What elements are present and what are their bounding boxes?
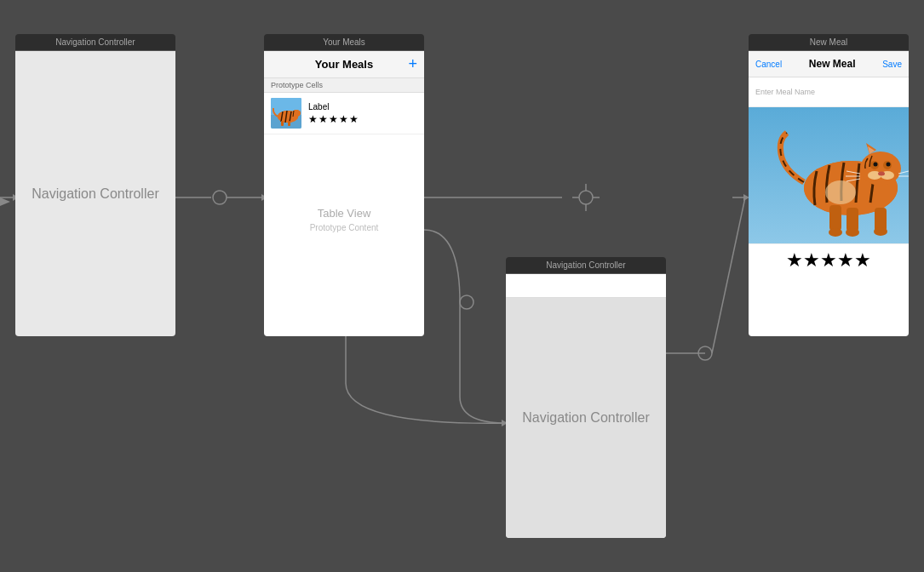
- nav-controller-left-screen: Navigation Controller Navigation Control…: [15, 34, 175, 336]
- table-view-area: Table View Prototype Content: [264, 134, 424, 305]
- meal-name-field[interactable]: Enter Meal Name: [755, 84, 902, 100]
- mid-nav-white-bar: [506, 274, 666, 298]
- new-meal-nav-bar: Cancel New Meal Save: [749, 51, 909, 77]
- meal-thumbnail: [271, 98, 301, 129]
- star-1: ★: [308, 113, 318, 125]
- save-button[interactable]: Save: [882, 60, 902, 69]
- svg-point-36: [860, 152, 901, 186]
- svg-point-43: [874, 163, 878, 167]
- star-4: ★: [339, 113, 348, 125]
- large-star-3[interactable]: ★: [820, 249, 837, 272]
- new-meal-header: New Meal: [749, 34, 909, 51]
- svg-point-44: [887, 163, 891, 167]
- star-2: ★: [319, 113, 328, 125]
- nav-controller-left-label: Navigation Controller: [32, 186, 158, 202]
- meals-nav-title: Your Meals: [315, 58, 373, 71]
- your-meals-header: Your Meals: [264, 34, 424, 51]
- svg-rect-31: [281, 121, 284, 126]
- star-3: ★: [329, 113, 338, 125]
- meal-row[interactable]: Label ★ ★ ★ ★ ★: [264, 93, 424, 134]
- new-meal-screen: New Meal Cancel New Meal Save Enter Meal…: [749, 34, 909, 336]
- meal-stars: ★ ★ ★ ★ ★: [308, 113, 417, 125]
- svg-rect-32: [288, 121, 290, 126]
- nav-controller-left-header: Navigation Controller: [15, 34, 175, 51]
- star-5: ★: [349, 113, 359, 125]
- cancel-button[interactable]: Cancel: [755, 60, 782, 69]
- your-meals-screen: Your Meals Your Meals + Prototype Cells: [264, 34, 424, 336]
- new-meal-image: [749, 107, 909, 243]
- prototype-content-label: Prototype Content: [310, 223, 379, 232]
- svg-marker-20: [0, 197, 10, 206]
- nav-controller-mid-screen: Navigation Controller Navigation Control…: [506, 257, 666, 538]
- table-view-label: Table View: [318, 207, 371, 220]
- svg-point-52: [825, 180, 856, 204]
- meal-row-label: Label: [308, 102, 417, 112]
- svg-line-18: [712, 197, 745, 353]
- svg-point-50: [846, 228, 859, 237]
- svg-point-49: [829, 228, 842, 237]
- meals-nav-bar: Your Meals +: [264, 51, 424, 78]
- svg-rect-46: [829, 205, 841, 231]
- svg-point-51: [874, 227, 887, 236]
- large-star-2[interactable]: ★: [803, 249, 820, 272]
- new-meal-input-area: Enter Meal Name: [749, 77, 909, 107]
- svg-point-14: [460, 295, 473, 309]
- large-star-1[interactable]: ★: [786, 249, 803, 272]
- new-meal-title: New Meal: [809, 58, 856, 70]
- svg-point-7: [579, 191, 593, 204]
- mid-nav-content: Navigation Controller: [506, 298, 666, 538]
- add-meal-button[interactable]: +: [408, 55, 417, 73]
- nav-controller-mid-header: Navigation Controller: [506, 257, 666, 274]
- svg-point-3: [213, 191, 227, 204]
- large-star-4[interactable]: ★: [837, 249, 854, 272]
- svg-point-17: [698, 346, 712, 360]
- nav-controller-mid-label: Navigation Controller: [522, 410, 649, 426]
- prototype-cells-label: Prototype Cells: [264, 78, 424, 93]
- new-meal-stars[interactable]: ★ ★ ★ ★ ★: [749, 243, 909, 277]
- svg-rect-47: [847, 208, 858, 232]
- meal-info: Label ★ ★ ★ ★ ★: [308, 102, 417, 125]
- svg-point-45: [878, 172, 885, 176]
- large-star-5[interactable]: ★: [854, 249, 871, 272]
